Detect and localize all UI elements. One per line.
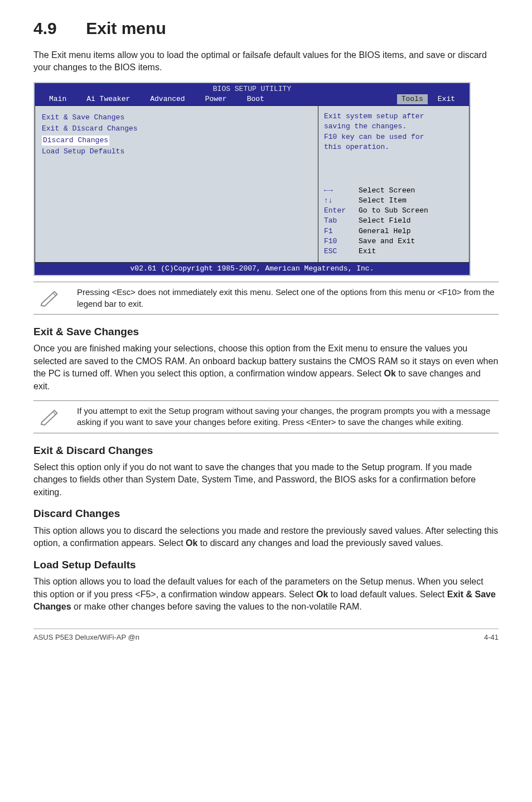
bios-left-pane: Exit & Save Changes Exit & Discard Chang… bbox=[35, 105, 318, 263]
key-desc-screen: Select Screen bbox=[359, 186, 415, 196]
bios-item-load-default[interactable]: Load Setup Defaults bbox=[42, 147, 311, 157]
exit-save-bold: Ok bbox=[384, 369, 395, 378]
bios-menu-main[interactable]: Main bbox=[39, 94, 76, 104]
bios-menu-bar: Main Ai Tweaker Advanced Power Boot Tool… bbox=[35, 94, 470, 105]
load-mid: to load default values. Select bbox=[328, 590, 447, 599]
key-desc-item: Select Item bbox=[359, 196, 407, 206]
discard-bold: Ok bbox=[186, 538, 197, 548]
paragraph-exit-discard: Select this option only if you do not wa… bbox=[33, 461, 499, 499]
menu-spacer bbox=[274, 94, 397, 104]
bios-utility-title: BIOS SETUP UTILITY bbox=[35, 83, 470, 94]
bios-item-discard[interactable]: Discard Changes bbox=[42, 136, 109, 146]
bios-menu-power[interactable]: Power bbox=[195, 94, 237, 104]
paragraph-load: This option allows you to load the defau… bbox=[33, 576, 499, 613]
load-bold1: Ok bbox=[316, 590, 328, 599]
bios-copyright: v02.61 (C)Copyright 1985-2007, American … bbox=[35, 263, 470, 275]
pencil-note-icon bbox=[33, 405, 67, 427]
page-footer: ASUS P5E3 Deluxe/WiFi-AP @n 4-41 bbox=[33, 629, 499, 642]
bios-screenshot: BIOS SETUP UTILITY Main Ai Tweaker Advan… bbox=[33, 82, 471, 277]
note-attempt-text: If you attempt to exit the Setup program… bbox=[77, 405, 499, 428]
bios-help-text: Exit system setup after saving the chang… bbox=[324, 112, 463, 152]
bios-menu-tools[interactable]: Tools bbox=[397, 94, 428, 104]
key-esc: ESC bbox=[324, 247, 359, 257]
heading-discard: Discard Changes bbox=[33, 506, 499, 521]
bios-item-exit-save[interactable]: Exit & Save Changes bbox=[42, 113, 311, 123]
section-number: 4.9 bbox=[33, 17, 81, 40]
bios-help-l4: F10 key can be used for bbox=[324, 132, 463, 142]
key-desc-help: General Help bbox=[359, 226, 411, 236]
key-desc-sub: Go to Sub Screen bbox=[359, 206, 428, 216]
key-desc-save: Save and Exit bbox=[359, 236, 415, 247]
bios-key-legend: ←→Select Screen ↑↓Select Item EnterGo to… bbox=[324, 186, 463, 257]
key-f1: F1 bbox=[324, 226, 359, 236]
arrows-lr-icon: ←→ bbox=[324, 186, 359, 196]
footer-right: 4-41 bbox=[484, 632, 499, 642]
section-heading: 4.9 Exit menu bbox=[33, 17, 499, 40]
pencil-note-icon bbox=[33, 287, 67, 308]
bios-menu-boot[interactable]: Boot bbox=[237, 94, 274, 104]
section-title-text: Exit menu bbox=[86, 19, 166, 37]
bios-menu-advanced[interactable]: Advanced bbox=[140, 94, 195, 104]
bios-body: Exit & Save Changes Exit & Discard Chang… bbox=[35, 105, 470, 263]
key-enter: Enter bbox=[324, 206, 359, 216]
bios-menu-exit[interactable]: Exit bbox=[428, 94, 465, 104]
bios-menu-ai[interactable]: Ai Tweaker bbox=[76, 94, 140, 104]
key-f10: F10 bbox=[324, 236, 359, 247]
intro-paragraph: The Exit menu items allow you to load th… bbox=[33, 49, 499, 74]
heading-load: Load Setup Defaults bbox=[33, 558, 499, 573]
bios-right-pane: Exit system setup after saving the chang… bbox=[318, 105, 470, 263]
key-desc-exit: Exit bbox=[359, 247, 376, 257]
arrows-ud-icon: ↑↓ bbox=[324, 196, 359, 206]
note-attempt: If you attempt to exit the Setup program… bbox=[33, 400, 499, 433]
page-root: 4.9 Exit menu The Exit menu items allow … bbox=[0, 0, 532, 802]
bios-help-l5: this operation. bbox=[324, 142, 463, 152]
paragraph-exit-save: Once you are finished making your select… bbox=[33, 342, 499, 393]
heading-exit-save: Exit & Save Changes bbox=[33, 325, 499, 340]
key-tab: Tab bbox=[324, 216, 359, 226]
note-esc: Pressing <Esc> does not immediately exit… bbox=[33, 282, 499, 315]
footer-left: ASUS P5E3 Deluxe/WiFi-AP @n bbox=[33, 632, 139, 642]
note-esc-text: Pressing <Esc> does not immediately exit… bbox=[77, 287, 499, 310]
paragraph-discard: This option allows you to discard the se… bbox=[33, 525, 499, 550]
load-post: or make other changes before saving the … bbox=[71, 602, 362, 611]
discard-post: to discard any changes and load the prev… bbox=[197, 538, 443, 548]
bios-item-exit-discard[interactable]: Exit & Discard Changes bbox=[42, 124, 311, 134]
heading-exit-discard: Exit & Discard Changes bbox=[33, 443, 499, 458]
bios-help-l2: saving the changes. bbox=[324, 122, 463, 132]
bios-help-l1: Exit system setup after bbox=[324, 112, 463, 122]
key-desc-field: Select Field bbox=[359, 216, 411, 226]
